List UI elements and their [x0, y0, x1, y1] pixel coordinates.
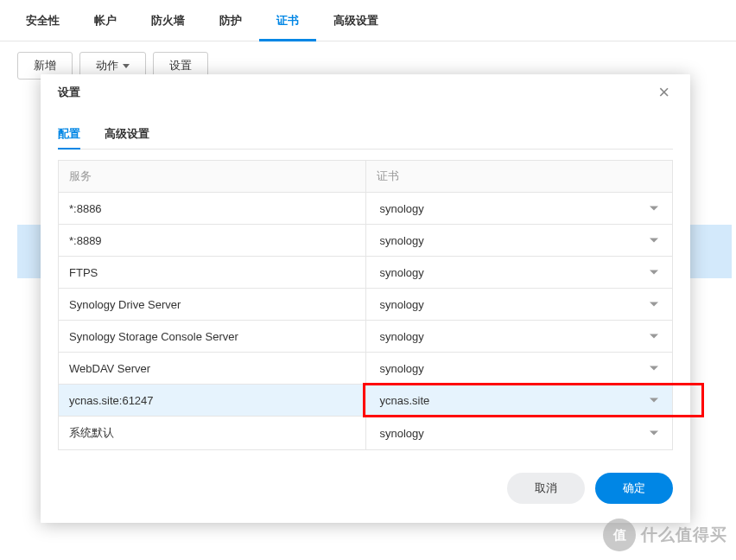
cert-value: ycnas.site — [380, 394, 430, 407]
chevron-down-icon — [650, 270, 658, 275]
table-row[interactable]: 系统默认 synology — [59, 417, 673, 450]
table-row[interactable]: ycnas.site:61247 ycnas.site — [59, 385, 673, 417]
table-row[interactable]: Synology Drive Server synology — [59, 289, 673, 321]
cert-dropdown[interactable]: synology — [370, 226, 669, 255]
settings-dialog: 设置 × 配置 高级设置 服务 证书 *:8886 synology — [41, 74, 690, 523]
tab-protection[interactable]: 防护 — [202, 1, 259, 41]
ok-button[interactable]: 确定 — [595, 473, 673, 504]
watermark-text: 什么值得买 — [641, 524, 727, 546]
dialog-title: 设置 — [58, 85, 80, 100]
cert-dropdown[interactable]: synology — [370, 258, 669, 287]
tab-config[interactable]: 配置 — [58, 119, 80, 149]
service-name: WebDAV Server — [59, 353, 366, 385]
cert-value: synology — [380, 330, 424, 343]
table-row[interactable]: *:8886 synology — [59, 193, 673, 225]
tab-security[interactable]: 安全性 — [9, 1, 77, 41]
tab-advanced[interactable]: 高级设置 — [316, 1, 396, 41]
service-name: FTPS — [59, 257, 366, 289]
cert-dropdown[interactable]: synology — [370, 353, 669, 383]
cert-value: synology — [380, 298, 424, 311]
cert-value: synology — [380, 427, 424, 440]
cert-value: synology — [380, 266, 424, 279]
close-icon[interactable]: × — [655, 83, 673, 102]
cert-value: synology — [380, 202, 424, 215]
cert-dropdown[interactable]: synology — [370, 290, 669, 319]
cert-dropdown[interactable]: synology — [370, 418, 669, 448]
chevron-down-icon — [650, 398, 658, 403]
tab-account[interactable]: 帐户 — [77, 1, 134, 41]
cert-dropdown[interactable]: synology — [370, 194, 669, 223]
service-name: Synology Drive Server — [59, 289, 366, 321]
watermark-logo: 值 — [603, 519, 636, 551]
new-button-label: 新增 — [34, 58, 56, 73]
chevron-down-icon — [650, 207, 658, 211]
chevron-down-icon — [650, 302, 658, 307]
service-name: *:8886 — [59, 193, 366, 225]
cancel-button[interactable]: 取消 — [507, 473, 585, 504]
chevron-down-icon — [650, 366, 658, 371]
chevron-down-icon — [650, 239, 658, 243]
cert-dropdown[interactable]: ycnas.site — [370, 385, 669, 415]
table-row[interactable]: WebDAV Server synology — [59, 353, 673, 385]
cert-value: synology — [380, 362, 424, 375]
cert-value: synology — [380, 234, 424, 247]
dialog-tabs: 配置 高级设置 — [41, 104, 690, 149]
table-row[interactable]: *:8889 synology — [59, 225, 673, 257]
main-tabs: 安全性 帐户 防火墙 防护 证书 高级设置 — [0, 0, 736, 41]
service-name: Synology Storage Console Server — [59, 321, 366, 353]
chevron-down-icon — [123, 64, 130, 68]
tab-firewall[interactable]: 防火墙 — [134, 1, 202, 41]
watermark: 值 什么值得买 — [603, 519, 727, 551]
action-button-label: 动作 — [96, 58, 118, 73]
settings-button-label: 设置 — [169, 58, 192, 73]
service-name: 系统默认 — [59, 417, 366, 450]
col-cert: 证书 — [365, 161, 673, 193]
cert-dropdown[interactable]: synology — [370, 321, 669, 351]
tab-advanced-settings[interactable]: 高级设置 — [105, 119, 149, 149]
chevron-down-icon — [650, 431, 658, 436]
col-service: 服务 — [59, 161, 366, 193]
chevron-down-icon — [650, 334, 658, 339]
service-name: ycnas.site:61247 — [59, 385, 366, 417]
tab-certificate[interactable]: 证书 — [259, 1, 316, 41]
table-row[interactable]: Synology Storage Console Server synology — [59, 321, 673, 353]
cert-table: 服务 证书 *:8886 synology *:8889 — [58, 160, 673, 450]
table-row[interactable]: FTPS synology — [59, 257, 673, 289]
service-name: *:8889 — [59, 225, 366, 257]
